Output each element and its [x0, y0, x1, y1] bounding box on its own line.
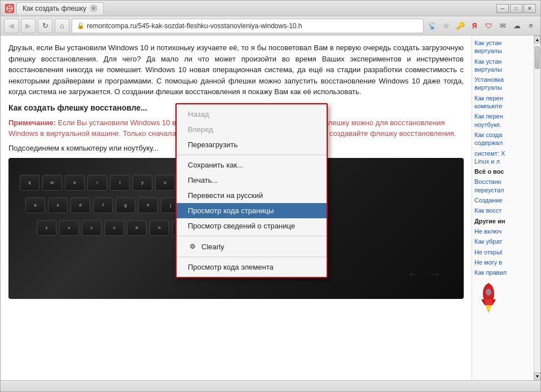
nav-bar: ◀ ▶ ↻ ⌂ 🔒 remontcompa.ru/545-kak-sozdat-… [1, 16, 540, 36]
menu-item-back[interactable]: Назад [177, 107, 327, 122]
separator-1 [177, 155, 327, 155]
mail-icon[interactable]: ✉ [496, 20, 509, 32]
window-controls: ─ □ ✕ [496, 4, 536, 13]
separator-3 [177, 257, 327, 257]
browser-icon [5, 4, 14, 13]
menu-item-inspect-label: Просмотр кода элемента [188, 263, 274, 271]
tab-area: Как создать флешку ✕ [16, 2, 494, 15]
menu-item-forward-label: Вперед [188, 125, 213, 134]
menu-item-translate[interactable]: Перевести на русский [177, 188, 327, 203]
menu-item-clearly[interactable]: ⚙ Clearly [177, 239, 327, 254]
menu-item-inspect[interactable]: Просмотр кода элемента [177, 259, 327, 275]
menu-item-forward[interactable]: Вперед [177, 122, 327, 137]
menu-item-clearly-label: Clearly [201, 243, 224, 251]
menu-item-page-info-label: Просмотр сведений о странице [188, 222, 295, 230]
close-button[interactable]: ✕ [524, 4, 536, 13]
browser-window: Как создать флешку ✕ ─ □ ✕ ◀ ▶ ↻ ⌂ 🔒 rem… [0, 0, 541, 392]
menu-item-back-label: Назад [188, 110, 209, 118]
menu-item-print-label: Печать... [188, 176, 218, 184]
menu-item-save-label: Сохранить как... [188, 161, 243, 169]
refresh-button[interactable]: ↻ [38, 19, 52, 33]
content-area: Друзья, если Вы установили Windows 10 и … [1, 36, 540, 380]
back-button[interactable]: ◀ [4, 19, 19, 33]
context-menu: Назад Вперед Перезагрузить Сохранить как… [175, 103, 328, 278]
menu-item-reload-label: Перезагрузить [188, 140, 237, 149]
nav-icons: 📡 ☆ 🔑 Я 🛡 ✉ ☁ ≡ [426, 20, 537, 32]
menu-item-save[interactable]: Сохранить как... [177, 157, 327, 173]
menu-icon[interactable]: ≡ [525, 20, 537, 32]
address-bar[interactable]: 🔒 remontcompa.ru/545-kak-sozdat-fleshku-… [72, 19, 424, 33]
status-bar [1, 380, 540, 391]
url-text: remontcompa.ru/545-kak-sozdat-fleshku-vo… [87, 22, 419, 30]
menu-item-view-source-label: Просмотр кода страницы [188, 206, 274, 215]
separator-2 [177, 236, 327, 236]
clearly-icon: ⚙ [188, 242, 197, 251]
menu-item-print[interactable]: Печать... [177, 173, 327, 188]
antivirus-icon[interactable]: 🛡 [482, 20, 495, 32]
context-menu-overlay: Назад Вперед Перезагрузить Сохранить как… [1, 36, 540, 380]
tab-label: Как создать флешку [23, 5, 86, 12]
menu-item-view-source[interactable]: Просмотр кода страницы [177, 203, 327, 218]
yandex-icon[interactable]: Я [468, 20, 481, 32]
forward-button[interactable]: ▶ [21, 19, 36, 33]
cloud-icon[interactable]: ☁ [511, 20, 523, 32]
minimize-button[interactable]: ─ [496, 4, 509, 13]
active-tab[interactable]: Как создать флешку ✕ [16, 2, 104, 15]
menu-item-translate-label: Перевести на русский [188, 191, 263, 200]
rss-icon[interactable]: 📡 [426, 20, 438, 32]
bookmark-icon[interactable]: ☆ [440, 20, 452, 32]
title-bar: Как создать флешку ✕ ─ □ ✕ [1, 1, 540, 16]
tab-close-button[interactable]: ✕ [90, 5, 98, 12]
maximize-button[interactable]: □ [510, 4, 522, 13]
menu-item-page-info[interactable]: Просмотр сведений о странице [177, 218, 327, 234]
home-button[interactable]: ⌂ [55, 19, 69, 33]
lock-icon[interactable]: 🔑 [454, 20, 467, 32]
menu-item-reload[interactable]: Перезагрузить [177, 137, 327, 152]
